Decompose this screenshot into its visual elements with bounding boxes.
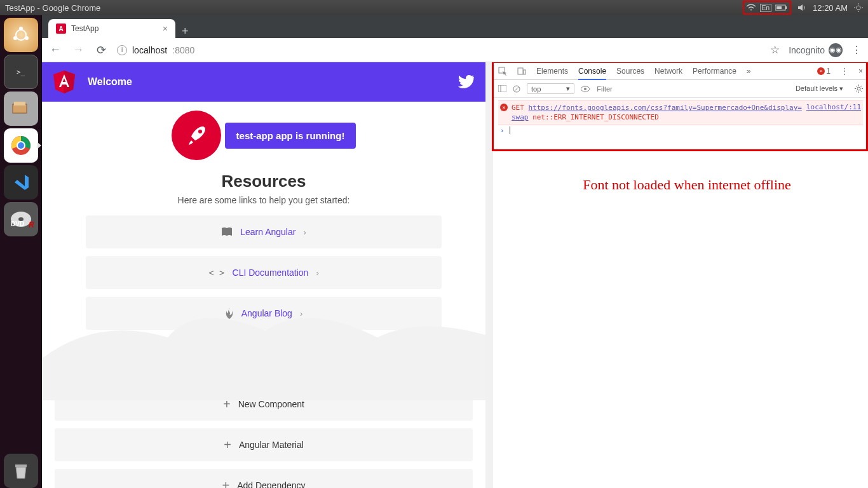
launcher-files[interactable] [4, 92, 38, 126]
launcher-disc[interactable]: DVDR [4, 202, 38, 236]
gear-icon[interactable] [854, 3, 863, 12]
svg-rect-1 [785, 6, 787, 9]
card-angular-blog[interactable]: Angular Blog › [86, 297, 442, 330]
clear-console-icon[interactable] [513, 85, 520, 93]
launcher-dash[interactable] [4, 18, 38, 52]
new-tab-button[interactable]: + [175, 25, 195, 38]
launcher-chrome[interactable] [4, 128, 38, 163]
incognito-icon: ◉◉ [829, 43, 843, 57]
card-label: New Component [238, 399, 304, 409]
unity-launcher: >_ DVDR [0, 15, 42, 488]
nextsteps-heading: Next Steps [55, 344, 473, 363]
tab-title: TestApp [71, 24, 98, 33]
chevron-right-icon: › [303, 227, 306, 237]
tab-console[interactable]: Console [578, 67, 606, 80]
card-cli-docs[interactable]: < > CLI Documentation › [86, 256, 442, 289]
reload-button[interactable]: ⟳ [94, 43, 108, 57]
battery-icon[interactable] [775, 4, 788, 11]
error-count-badge[interactable]: × 1 [817, 67, 831, 76]
forward-button: → [71, 43, 85, 57]
console-prompt[interactable]: › [498, 125, 863, 136]
svg-point-9 [19, 27, 23, 30]
error-message: GET https://fonts.googleapis.com/css?fam… [512, 103, 803, 123]
card-label: Learn Angular [240, 227, 295, 237]
system-tray: En 12:20 AM [743, 1, 863, 15]
incognito-indicator: Incognito ◉◉ [789, 43, 843, 57]
card-learn-angular[interactable]: Learn Angular › [86, 215, 442, 248]
sound-icon[interactable] [797, 4, 806, 11]
os-top-bar: TestApp - Google Chrome En 12:20 AM [0, 0, 868, 15]
console-filter-input[interactable] [597, 85, 667, 93]
svg-point-32 [857, 87, 860, 90]
site-info-icon[interactable]: i [117, 45, 127, 55]
devtools-tab-strip: Elements Console Sources Network Perform… [493, 62, 868, 80]
card-label: Angular Material [239, 440, 304, 450]
chevron-down-icon: ▾ [566, 85, 570, 93]
tab-sources[interactable]: Sources [616, 67, 644, 76]
network-indicator-box: En [743, 1, 791, 15]
tab-strip: A TestApp × + [42, 15, 868, 38]
svg-point-3 [857, 6, 860, 10]
card-angular-material[interactable]: + Angular Material [55, 428, 473, 461]
svg-point-11 [25, 36, 29, 40]
angular-favicon: A [56, 24, 66, 34]
log-levels-selector[interactable]: Default levels ▾ [796, 85, 843, 93]
window-title: TestApp - Google Chrome [5, 3, 100, 13]
twitter-icon[interactable] [458, 75, 474, 89]
devtools-menu-icon[interactable]: ⋮ [841, 67, 848, 76]
live-expression-icon[interactable] [581, 86, 590, 92]
error-icon: × [500, 104, 508, 111]
chevron-right-icon: › [316, 268, 318, 278]
svg-point-10 [13, 36, 17, 40]
launcher-vscode[interactable] [4, 165, 38, 200]
language-indicator[interactable]: En [760, 4, 771, 12]
svg-rect-2 [776, 6, 782, 9]
bookmark-star-icon[interactable]: ☆ [770, 43, 780, 57]
annotation-caption: Font not loaded when internet offline [519, 177, 855, 193]
plus-icon: + [222, 478, 229, 489]
console-error-row[interactable]: × GET https://fonts.googleapis.com/css?f… [498, 100, 863, 125]
close-icon[interactable]: × [163, 24, 168, 34]
running-text: test-app app is running! [236, 130, 345, 141]
device-toggle-icon[interactable] [517, 67, 526, 75]
page-viewport: Welcome test-app app is running! Resourc… [42, 62, 485, 488]
launcher-trash[interactable] [4, 454, 38, 488]
clock[interactable]: 12:20 AM [813, 3, 848, 13]
svg-line-38 [861, 91, 862, 92]
error-dot-icon: × [817, 67, 825, 75]
context-selector[interactable]: top▾ [527, 83, 574, 94]
browser-tab[interactable]: A TestApp × [48, 19, 175, 38]
card-new-component[interactable]: + New Component [55, 388, 473, 421]
card-label: CLI Documentation [233, 268, 309, 278]
menu-icon[interactable]: ⋮ [851, 44, 862, 56]
svg-rect-25 [524, 70, 526, 74]
tab-elements[interactable]: Elements [536, 67, 568, 76]
svg-line-40 [861, 86, 862, 87]
svg-text:R: R [29, 220, 34, 229]
page-scrollbar[interactable] [485, 62, 493, 488]
console-settings-icon[interactable] [855, 85, 863, 93]
incognito-label: Incognito [789, 45, 825, 55]
more-tabs-icon[interactable]: » [747, 67, 751, 76]
svg-rect-24 [518, 68, 523, 74]
rocket-icon [172, 111, 221, 160]
launcher-terminal[interactable]: >_ [4, 55, 38, 89]
prompt-chevron-icon: › [500, 126, 505, 135]
angular-header: Welcome [42, 62, 485, 102]
sidebar-toggle-icon[interactable] [498, 85, 506, 92]
url-field[interactable]: i localhost:8080 [117, 45, 761, 55]
svg-line-39 [856, 91, 857, 92]
tab-performance[interactable]: Performance [693, 67, 736, 76]
svg-point-31 [584, 88, 587, 90]
cursor [510, 126, 510, 134]
back-button[interactable]: ← [48, 43, 62, 57]
console-toolbar: top▾ Default levels ▾ [493, 80, 868, 98]
error-source-link[interactable]: localhost/:11 [806, 103, 861, 111]
inspect-icon[interactable] [498, 67, 507, 76]
wifi-icon[interactable] [746, 4, 756, 11]
tab-network[interactable]: Network [654, 67, 682, 76]
http-method: GET [512, 104, 524, 112]
running-banner: test-app app is running! [225, 123, 356, 149]
card-add-dependency[interactable]: + Add Dependency [55, 469, 473, 488]
devtools-close-icon[interactable]: × [858, 67, 863, 76]
